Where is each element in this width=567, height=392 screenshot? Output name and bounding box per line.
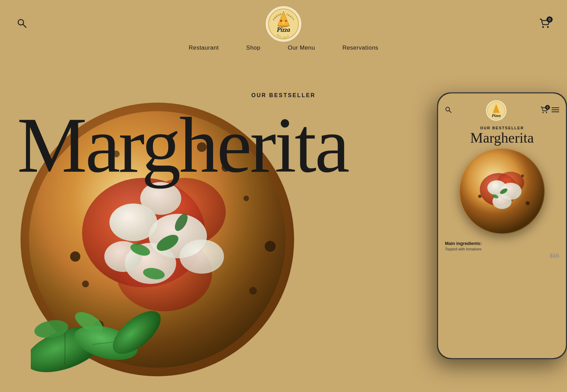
phone-cart-icon[interactable]: 0 (541, 106, 548, 115)
phone-ingredients-text: Topped with tomatoes (445, 247, 559, 251)
svg-point-66 (526, 201, 530, 205)
phone-logo: Pizza (486, 100, 506, 121)
phone-icons: 0 (541, 106, 559, 115)
svg-text:Pizza: Pizza (491, 113, 500, 118)
cart-count: 0 (546, 16, 553, 23)
svg-line-46 (449, 110, 451, 113)
cart-button[interactable]: 0 (540, 18, 550, 29)
logo[interactable]: FRESH & TASTY Pizza EST 2022 (265, 5, 302, 43)
svg-point-12 (547, 26, 549, 28)
nav-restaurant[interactable]: Restaurant (189, 44, 219, 51)
svg-point-64 (478, 195, 482, 198)
phone-mockup: Pizza 0 (437, 92, 567, 359)
svg-point-31 (265, 241, 276, 252)
svg-point-26 (82, 280, 89, 287)
nav-reservations[interactable]: Reservations (342, 44, 378, 51)
svg-point-23 (180, 239, 224, 274)
svg-point-65 (521, 174, 524, 177)
phone-menu-icon[interactable] (552, 107, 559, 114)
phone-price-row: $15 (438, 251, 566, 259)
svg-point-6 (280, 20, 282, 22)
svg-line-1 (23, 24, 26, 27)
svg-point-7 (285, 20, 287, 22)
phone-ingredients-title: Main ingredients: (445, 241, 559, 246)
svg-text:Pizza: Pizza (276, 26, 290, 33)
phone-hero-title: Margherita (438, 131, 566, 145)
phone-price-old: $15 (550, 253, 559, 259)
bestseller-label: OUR BESTSELLER (251, 92, 316, 99)
basil-decoration (31, 305, 168, 375)
phone-bestseller-label: OUR BESTSELLER (438, 126, 566, 130)
nav-our-menu[interactable]: Our Menu (288, 44, 315, 51)
phone-header: Pizza 0 (438, 100, 566, 124)
phone-ingredients: Main ingredients: Topped with tomatoes (438, 237, 566, 251)
nav-shop[interactable]: Shop (246, 44, 261, 51)
phone-cart-count: 0 (545, 105, 550, 110)
svg-point-32 (249, 287, 257, 295)
search-button[interactable] (17, 18, 27, 29)
main-content: OUR BESTSELLER Margherita (0, 0, 567, 392)
svg-point-25 (70, 251, 80, 262)
svg-point-11 (542, 26, 544, 28)
hero-title: Margherita (17, 106, 348, 185)
phone-pizza-image (438, 148, 566, 234)
svg-point-8 (283, 22, 284, 24)
svg-point-50 (542, 112, 544, 113)
header: FRESH & TASTY Pizza EST 2022 (0, 0, 567, 48)
svg-point-28 (243, 196, 249, 201)
phone-search-icon[interactable] (445, 106, 452, 115)
main-nav: Restaurant Shop Our Menu Reservations (0, 44, 567, 51)
svg-point-51 (546, 112, 547, 113)
